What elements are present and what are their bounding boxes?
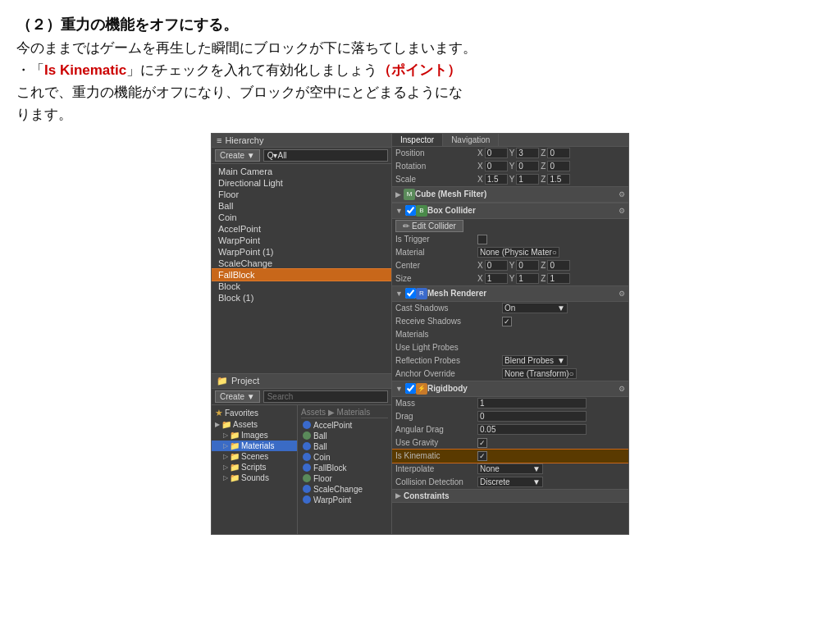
tree-item[interactable]: ▷📁 Sounds bbox=[212, 472, 297, 483]
hierarchy-item[interactable]: Directional Light bbox=[212, 177, 391, 189]
hierarchy-item[interactable]: Block (1) bbox=[212, 292, 391, 304]
hierarchy-icon: ≡ bbox=[217, 135, 221, 145]
hierarchy-item[interactable]: Block bbox=[212, 281, 391, 292]
hierarchy-item[interactable]: FallBlock bbox=[212, 269, 391, 281]
position-x-input[interactable] bbox=[485, 148, 508, 158]
line4: これで、重力の機能がオフになり、ブロックが空中にとどまるようにな bbox=[16, 81, 824, 103]
hierarchy-item[interactable]: WarpPoint (1) bbox=[212, 246, 391, 258]
cast-shadows-dropdown[interactable]: On ▼ bbox=[502, 303, 568, 313]
rigidbody-settings-icon[interactable]: ⚙ bbox=[619, 385, 625, 393]
rotation-z-input[interactable] bbox=[547, 161, 570, 171]
position-y-input[interactable] bbox=[516, 148, 539, 158]
rotation-x-input[interactable] bbox=[485, 161, 508, 171]
tree-item[interactable]: ▷📁 Scripts bbox=[212, 462, 297, 472]
hierarchy-item[interactable]: Coin bbox=[212, 212, 391, 223]
reflection-probes-dropdown[interactable]: Blend Probes ▼ bbox=[502, 355, 568, 366]
mesh-filter-settings-icon[interactable]: ⚙ bbox=[619, 190, 625, 199]
folder-icon: 📁 bbox=[230, 463, 240, 472]
asset-item[interactable]: Ball bbox=[301, 431, 388, 441]
project-create-button[interactable]: Create ▼ bbox=[215, 390, 260, 403]
hierarchy-create-button[interactable]: Create ▼ bbox=[215, 149, 260, 162]
mass-input[interactable] bbox=[477, 398, 587, 409]
center-y-input[interactable] bbox=[516, 260, 539, 271]
hierarchy-toolbar: Create ▼ bbox=[212, 148, 391, 164]
size-y-input[interactable] bbox=[516, 273, 539, 284]
tree-item[interactable]: ▷📁 Scenes bbox=[212, 451, 297, 462]
center-y-field: Y bbox=[509, 260, 540, 271]
is-trigger-checkbox[interactable] bbox=[477, 235, 487, 244]
drag-input[interactable] bbox=[477, 411, 587, 422]
hierarchy-item[interactable]: Ball bbox=[212, 200, 391, 212]
position-z-input[interactable] bbox=[547, 148, 570, 158]
edit-collider-row: ✏ Edit Collider bbox=[392, 219, 628, 233]
box-collider-icons: ⚙ bbox=[619, 207, 625, 215]
size-x-input[interactable] bbox=[485, 273, 508, 284]
hierarchy-item[interactable]: AccelPoint bbox=[212, 223, 391, 235]
edit-collider-label: Edit Collider bbox=[412, 221, 456, 231]
scale-y-input[interactable] bbox=[516, 174, 539, 185]
receive-shadows-checkbox[interactable] bbox=[502, 317, 512, 326]
triangle-icon: ▷ bbox=[223, 442, 228, 450]
tree-item[interactable]: ▶📁 Assets bbox=[212, 419, 297, 430]
hierarchy-item[interactable]: ScaleChange bbox=[212, 258, 391, 269]
asset-item[interactable]: Coin bbox=[301, 452, 388, 463]
tab-navigation[interactable]: Navigation bbox=[443, 134, 499, 146]
mesh-renderer-enable-checkbox[interactable] bbox=[405, 288, 416, 299]
box-collider-icon: B bbox=[416, 205, 427, 217]
drag-label: Drag bbox=[395, 412, 477, 421]
mesh-filter-toggle[interactable]: ▶ bbox=[395, 190, 401, 199]
asset-item[interactable]: Ball bbox=[301, 441, 388, 452]
anchor-override-dropdown[interactable]: None (Transform) ○ bbox=[502, 368, 577, 379]
is-trigger-row: Is Trigger bbox=[392, 233, 628, 246]
mesh-renderer-toggle[interactable]: ▼ bbox=[395, 290, 403, 298]
asset-item[interactable]: WarpPoint bbox=[301, 495, 388, 505]
asset-item[interactable]: Floor bbox=[301, 473, 388, 484]
rigidbody-icon: ⚡ bbox=[416, 383, 427, 395]
scale-x-input[interactable] bbox=[485, 174, 508, 185]
center-x-input[interactable] bbox=[485, 260, 508, 271]
tree-item[interactable]: ▷📁 Materials bbox=[212, 441, 297, 451]
interpolate-icon: ▼ bbox=[532, 464, 541, 473]
box-collider-enable-checkbox[interactable] bbox=[405, 205, 416, 216]
asset-item[interactable]: AccelPoint bbox=[301, 420, 388, 431]
scale-y-label: Y bbox=[509, 175, 515, 184]
box-collider-settings-icon[interactable]: ⚙ bbox=[619, 207, 625, 215]
size-z-input[interactable] bbox=[547, 273, 570, 284]
material-dropdown[interactable]: None (Physic Mater ○ bbox=[477, 247, 559, 258]
hierarchy-search-input[interactable] bbox=[263, 149, 388, 162]
box-collider-toggle[interactable]: ▼ bbox=[395, 207, 403, 215]
collision-detection-dropdown[interactable]: Discrete ▼ bbox=[477, 477, 543, 487]
scale-z-input[interactable] bbox=[547, 174, 570, 185]
hierarchy-item[interactable]: Main Camera bbox=[212, 166, 391, 177]
rigidbody-toggle[interactable]: ▼ bbox=[395, 385, 403, 393]
inspector-body: Position X Y Z bbox=[392, 147, 628, 534]
use-gravity-checkbox[interactable] bbox=[477, 438, 487, 448]
asset-item[interactable]: FallBlock bbox=[301, 463, 388, 473]
mesh-renderer-settings-icon[interactable]: ⚙ bbox=[619, 290, 625, 298]
rotation-z-field: Z bbox=[541, 161, 570, 171]
edit-collider-button[interactable]: ✏ Edit Collider bbox=[395, 220, 463, 232]
constraints-toggle[interactable]: ▶ bbox=[395, 491, 401, 500]
rigidbody-icons: ⚙ bbox=[619, 385, 625, 393]
angular-drag-input[interactable] bbox=[477, 424, 587, 435]
hierarchy-item[interactable]: Floor bbox=[212, 189, 391, 200]
size-x-label: X bbox=[477, 274, 483, 283]
tree-item[interactable]: ★ Favorites bbox=[212, 407, 297, 419]
right-panel: Inspector Navigation Position X bbox=[392, 134, 628, 534]
asset-item[interactable]: ScaleChange bbox=[301, 484, 388, 495]
is-kinematic-checkbox[interactable] bbox=[477, 451, 487, 461]
rotation-y-input[interactable] bbox=[516, 161, 539, 171]
mesh-filter-title: Cube (Mesh Filter) bbox=[415, 189, 619, 199]
tab-inspector[interactable]: Inspector bbox=[392, 134, 443, 146]
reflection-probes-value: Blend Probes bbox=[504, 356, 554, 365]
center-z-input[interactable] bbox=[547, 260, 570, 271]
line3-paren: （ポイント） bbox=[377, 62, 461, 78]
project-search-input[interactable] bbox=[263, 390, 388, 403]
tree-item[interactable]: ▷📁 Images bbox=[212, 430, 297, 441]
interpolate-dropdown[interactable]: None ▼ bbox=[477, 463, 543, 474]
size-y-field: Y bbox=[509, 273, 540, 284]
rigidbody-enable-checkbox[interactable] bbox=[405, 383, 416, 394]
hierarchy-item[interactable]: WarpPoint bbox=[212, 235, 391, 246]
project-panel: 📁 Project Create ▼ ★ Favorites▶📁 Assets▷… bbox=[212, 374, 391, 534]
rigidbody-header: ▼ ⚡ Rigidbody ⚙ bbox=[392, 381, 628, 397]
